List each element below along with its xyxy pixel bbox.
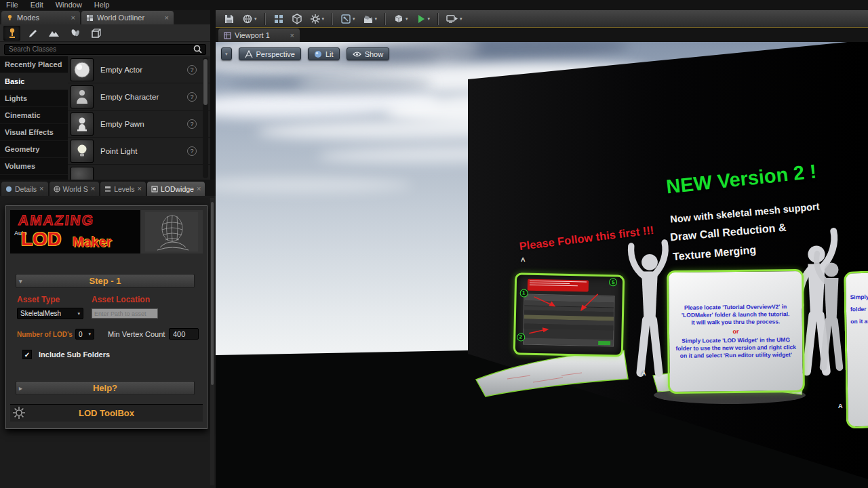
tab-lod-widget[interactable]: LODwidge × [147,182,205,196]
foliage-mode-button[interactable] [66,26,83,41]
bottom-tab-bar: Details × World S × Levels × LODwidge × [0,180,216,196]
close-icon[interactable]: × [71,14,75,22]
category-lights[interactable]: Lights [0,90,68,107]
tab-levels[interactable]: Levels × [100,182,146,196]
wireframe-bust-image [140,210,203,253]
collapse-arrow-icon[interactable]: ▾ [19,278,22,285]
tutorial-board-partial: Simply Locate 'LOD Widget' in the UMG fo… [844,271,868,429]
logo-lod-text: LOD [21,228,61,250]
search-input[interactable] [4,44,206,55]
details-tab-icon [5,186,12,192]
help-icon[interactable]: ? [187,65,197,75]
tab-modes[interactable]: Modes × [1,11,80,24]
perspective-button[interactable]: Perspective [239,47,301,60]
geometry-edit-icon [90,27,102,39]
board3-line: Simply Locate 'LOD Widget' in the UMG [850,293,868,302]
marketplace-button[interactable] [289,12,305,26]
category-basic[interactable]: Basic [0,73,68,90]
list-item[interactable]: Point Light ? [68,138,210,165]
min-vertex-count-input[interactable] [169,328,199,340]
close-icon[interactable]: × [39,185,43,192]
play-button[interactable]: ▾ [413,12,433,26]
viewport-3d[interactable]: Please Follow this first !!! NEW Version… [216,42,868,488]
min-vertex-count-label: Min Vertex Count [108,330,165,338]
number-of-lods-dropdown[interactable]: 0 ▾ [75,329,94,340]
source-control-button[interactable]: ▾ [239,12,260,26]
help-icon[interactable]: ? [187,92,197,102]
close-icon[interactable]: × [138,185,142,192]
tab-viewport-1[interactable]: Viewport 1 × [218,28,300,42]
asset-type-label: Asset Type [17,295,60,304]
close-icon[interactable]: × [165,14,169,22]
tab-world-outliner[interactable]: World Outliner × [81,11,174,24]
settings-gear-icon [310,14,321,24]
board3-line: folder to use the new version and right … [850,306,868,314]
cinematics-button[interactable]: ▾ [360,12,380,26]
launch-button[interactable]: ▾ [443,12,465,26]
asset-location-input[interactable] [92,308,158,319]
close-icon[interactable]: × [91,185,95,192]
list-item[interactable]: Empty Pawn ? [68,110,210,138]
include-sub-folders-checkbox[interactable]: ✓ [22,350,32,359]
help-icon[interactable]: ? [187,119,197,129]
chevron-down-icon: ▾ [428,16,431,22]
blueprints-icon [340,14,351,24]
search-classes-row [0,42,210,56]
scrollbar-thumb[interactable] [211,202,214,385]
panel-scrollbar[interactable] [210,198,214,485]
menu-edit[interactable]: Edit [24,0,50,10]
place-mode-button[interactable] [3,26,20,41]
blueprints-button[interactable]: ▾ [338,12,358,26]
lod-toolbox-header[interactable]: LOD ToolBox [10,404,203,422]
toolbar-separator [332,13,333,25]
landscape-mode-button[interactable] [45,26,62,41]
menu-file[interactable]: File [0,0,24,10]
build-button[interactable]: ▾ [391,12,411,26]
menu-help[interactable]: Help [88,0,116,10]
paint-mode-button[interactable] [24,26,41,41]
content-browser-button[interactable] [271,12,287,26]
show-button[interactable]: Show [347,47,390,60]
paintbrush-icon [27,27,39,39]
save-button[interactable] [221,12,237,26]
text-actor-gizmo: A [642,370,646,377]
levels-tab-icon [104,186,111,192]
lit-button[interactable]: Lit [308,47,340,60]
category-cinematic[interactable]: Cinematic [0,107,68,124]
help-icon[interactable]: ? [187,146,197,156]
actor-icon [71,167,94,180]
step-1-header[interactable]: ▾ Step - 1 [16,274,195,288]
perspective-label: Perspective [256,50,295,58]
asset-type-dropdown[interactable]: SkeletalMesh ▾ [17,308,83,319]
category-visual-effects[interactable]: Visual Effects [0,124,68,141]
empty-pawn-icon [71,113,94,136]
close-icon[interactable]: × [197,185,201,192]
actor-list-scrollbar[interactable] [203,58,208,178]
category-geometry[interactable]: Geometry [0,141,68,158]
viewport-options-button[interactable]: ▾ [221,47,232,60]
actor-label: Empty Pawn [100,120,144,128]
menu-window[interactable]: Window [50,0,88,10]
lod-toolbox-label: LOD ToolBox [79,408,134,418]
text-actor-gizmo: A [521,256,526,263]
geometry-mode-button[interactable] [87,26,104,41]
list-item[interactable] [68,165,210,180]
tab-world-settings[interactable]: World S × [50,182,100,196]
modes-tab-icon [6,14,14,22]
category-volumes[interactable]: Volumes [0,158,68,175]
board2-line: on it and select 'Run editor utility wid… [680,351,792,360]
tab-details[interactable]: Details × [1,182,48,196]
tab-lod-widget-label: LODwidge [161,185,194,193]
settings-button[interactable]: ▾ [307,12,328,26]
category-recently-placed[interactable]: Recently Placed [0,56,68,73]
modes-toolbar [0,24,210,42]
category-list: Recently Placed Basic Lights Cinematic V… [0,56,68,180]
help-button[interactable]: ▸ Help? [16,381,195,395]
scrollbar-thumb[interactable] [203,59,208,105]
list-item[interactable]: Empty Character ? [68,83,210,110]
list-item[interactable]: Empty Actor ? [68,56,210,83]
viewport-tab-icon [224,32,231,39]
close-icon[interactable]: × [290,32,294,39]
point-light-icon [71,140,94,163]
logo-amazing-text: AMAZING [18,212,96,228]
